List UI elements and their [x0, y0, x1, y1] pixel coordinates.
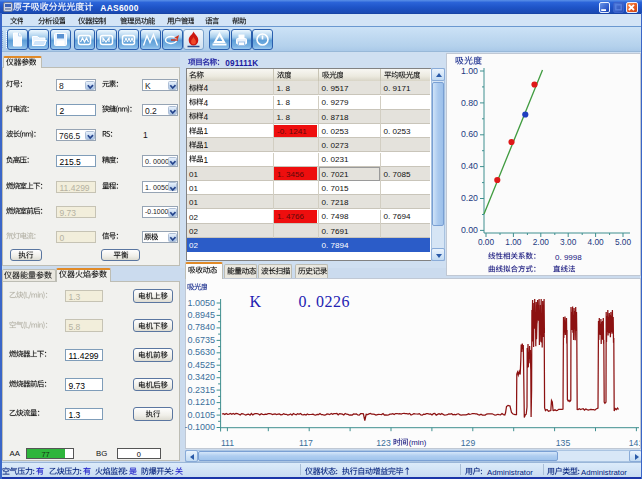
svg-text:0.3420: 0.3420 — [188, 372, 216, 382]
svg-text:0.5630: 0.5630 — [188, 347, 216, 357]
svg-text:0.1210: 0.1210 — [188, 397, 216, 407]
svg-text:4.00: 4.00 — [588, 237, 605, 247]
svg-text:135: 135 — [556, 438, 571, 448]
svg-text:0.0105: 0.0105 — [188, 410, 216, 420]
svg-text:1.00: 1.00 — [461, 66, 478, 76]
svg-text:111: 111 — [221, 438, 234, 448]
svg-text:0.7840: 0.7840 — [188, 322, 216, 332]
svg-text:2.00: 2.00 — [533, 237, 550, 247]
svg-text:0.40: 0.40 — [461, 161, 478, 171]
svg-text:123: 123 — [376, 438, 391, 448]
svg-text:0.60: 0.60 — [461, 129, 478, 139]
svg-text:129: 129 — [461, 438, 476, 448]
svg-text:0.00: 0.00 — [478, 237, 495, 247]
svg-text:0.20: 0.20 — [461, 193, 478, 203]
svg-text:0.4525: 0.4525 — [188, 360, 216, 370]
svg-text:0.80: 0.80 — [461, 98, 478, 108]
svg-text:0.2315: 0.2315 — [188, 385, 216, 395]
svg-text:1.00: 1.00 — [505, 237, 522, 247]
svg-text:141: 141 — [629, 438, 640, 448]
svg-text:0.6735: 0.6735 — [188, 335, 216, 345]
svg-text:3.00: 3.00 — [560, 237, 577, 247]
svg-text:117: 117 — [299, 438, 313, 448]
svg-text:1.0050: 1.0050 — [188, 298, 216, 308]
svg-text:-0.1000: -0.1000 — [185, 422, 215, 432]
svg-text:5.00: 5.00 — [615, 237, 632, 247]
svg-text:0.8945: 0.8945 — [188, 310, 216, 320]
svg-text:0.00: 0.00 — [461, 225, 478, 235]
